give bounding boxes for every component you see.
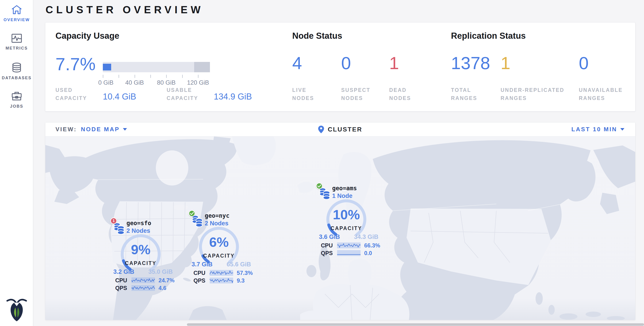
gauge-used-value: 3.6 GiB [316,233,343,240]
sidebar-item-label: OVERVIEW [4,17,30,22]
locality-nyc[interactable]: geo=nyc 2 Nodes 6% CAPACITY 3.7 GiB 65.6… [188,210,263,286]
gauge-percent: 6% [198,234,240,250]
chevron-down-icon [123,128,127,131]
used-capacity-label: USEDCAPACITY [56,86,87,102]
under-replicated-ranges-count: 1 [500,53,510,73]
database-icon [12,63,21,72]
gauge-usable-value: 65.6 GiB [224,261,254,268]
live-nodes-count: 4 [292,53,302,73]
locality-name: geo=ams [332,185,357,192]
capacity-bar [103,62,210,72]
node-status-title: Node Status [292,31,342,41]
map-breadcrumb: CLUSTER [45,126,635,133]
sidebar-item-metrics[interactable]: METRICS [0,29,33,58]
briefcase-icon [12,91,22,101]
view-label: VIEW: [56,126,77,133]
sidebar-item-label: JOBS [10,104,23,109]
qps-sparkline [210,277,233,284]
gauge-usable-value: 34.3 GiB [352,233,381,240]
suspect-nodes-label: SUSPECTNODES [341,86,370,102]
unavailable-ranges-count: 0 [579,53,588,73]
breadcrumb-cluster[interactable]: CLUSTER [328,126,362,133]
map-toolbar: CLUSTER VIEW: NODE MAP LAST 10 MIN [45,123,635,137]
time-range-dropdown[interactable]: LAST 10 MIN [572,126,624,133]
live-nodes-label: LIVENODES [292,86,314,102]
qps-sparkline [337,250,360,256]
sidebar: OVERVIEW METRICS DATABASES JOBS [0,0,33,326]
gauge-caption: CAPACITY [198,253,240,259]
cpu-sparkline [132,277,155,284]
cpu-sparkline [337,242,360,249]
unavailable-ranges-label: UNAVAILABLERANGES [579,86,622,102]
page-title: CLUSTER OVERVIEW [46,3,204,16]
total-ranges-label: TOTALRANGES [451,86,477,102]
cpu-value: 24.7% [158,277,174,284]
sidebar-item-databases[interactable]: DATABASES [0,58,33,86]
world-map: 1 geo=sfo 2 Nodes 9% CAPACITY 3.2 GiB 35… [45,137,636,320]
cpu-label: CPU [321,242,334,249]
sidebar-item-label: METRICS [6,46,28,51]
node-map-card: CLUSTER VIEW: NODE MAP LAST 10 MIN [45,122,636,320]
usable-capacity-label: USABLECAPACITY [167,86,198,102]
qps-sparkline [132,285,155,291]
qps-value: 9.3 [237,277,245,284]
qps-label: QPS [321,250,334,256]
healthy-check-badge [188,210,195,217]
metrics-icon [12,34,22,43]
locality-sfo[interactable]: 1 geo=sfo 2 Nodes 9% CAPACITY 3.2 GiB 35… [110,217,185,294]
sidebar-item-overview[interactable]: OVERVIEW [0,0,33,29]
cpu-value: 66.3% [364,242,380,249]
capacity-usage-title: Capacity Usage [56,31,119,41]
under-replicated-ranges-label: UNDER-REPLICATEDRANGES [500,86,564,102]
used-capacity-value: 10.4 GiB [103,92,136,102]
locality-name: geo=sfo [126,220,151,226]
replication-status-title: Replication Status [451,31,526,41]
sidebar-item-jobs[interactable]: JOBS [0,86,33,115]
capacity-bar-reserved-segment [194,62,210,72]
gauge-percent: 9% [119,242,162,257]
cluster-summary-card: Capacity Usage 7.7% 0 GiB40 GiB80 GiB120… [45,22,636,111]
home-icon [12,5,22,14]
suspect-nodes-count: 0 [341,53,351,73]
locality-ams[interactable]: geo=ams 1 Node 10% CAPACITY 3.6 GiB 34.3… [316,182,390,259]
gauge-caption: CAPACITY [119,260,162,266]
gauge-percent: 10% [325,207,368,222]
dead-node-badge: 1 [110,217,117,224]
cpu-value: 57.3% [237,270,253,276]
cpu-sparkline [210,270,233,276]
qps-value: 0.0 [364,250,372,256]
total-ranges-count: 1378 [451,53,490,73]
location-pin-icon [318,126,324,133]
dead-nodes-count: 1 [389,53,399,73]
healthy-check-badge [316,182,323,189]
gauge-used-value: 3.2 GiB [110,268,137,275]
qps-label: QPS [115,285,128,291]
usable-capacity-value: 134.9 GiB [214,92,252,102]
cpu-label: CPU [194,270,206,276]
capacity-axis-ticks [103,75,210,78]
gauge-used-value: 3.7 GiB [188,261,216,268]
capacity-percent: 7.7% [56,54,96,75]
gauge-caption: CAPACITY [325,225,368,231]
chevron-down-icon [620,128,624,131]
horizontal-scrollbar-thumb[interactable] [187,323,644,326]
cockroachdb-logo [6,297,28,322]
locality-name: geo=nyc [205,212,230,219]
cpu-label: CPU [115,277,128,284]
view-mode-dropdown[interactable]: NODE MAP [81,126,127,133]
qps-value: 4.6 [158,285,166,291]
capacity-axis-labels: 0 GiB40 GiB80 GiB120 GiB [103,79,210,87]
sidebar-item-label: DATABASES [2,76,32,80]
dead-nodes-label: DEADNODES [389,86,411,102]
gauge-usable-value: 35.0 GiB [146,268,175,275]
qps-label: QPS [194,277,206,284]
capacity-bar-used-segment [103,64,111,70]
